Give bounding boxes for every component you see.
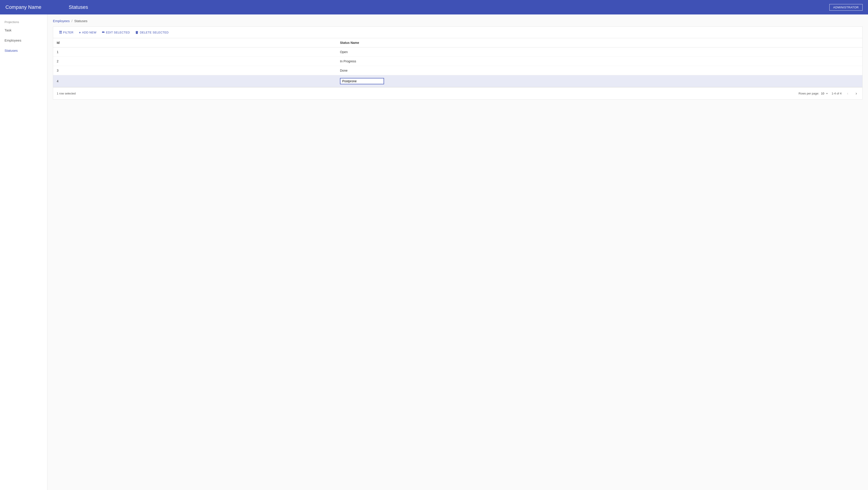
pagination: Rows per page: 10 25 50 1-4 of 4 ‹ › [799,90,859,97]
cell-status-name[interactable] [336,75,862,87]
cell-id: 1 [53,48,336,57]
breadcrumb-separator: / [71,19,72,23]
page-title: Statuses [69,4,88,10]
cell-status-name: Open [336,48,862,57]
delete-selected-button[interactable]: 🗑 DELETE SELECTED [133,29,171,36]
add-new-button[interactable]: + ADD NEW [76,29,99,36]
layout: Projections Task Employees Statuses Empl… [0,14,868,490]
table-row[interactable]: 1Open [53,48,862,57]
app-header: Company Name Statuses ADMINISTRATOR [0,0,868,14]
table-header-row: Id Status Name [53,38,862,48]
status-name-input[interactable] [340,78,384,84]
rows-per-page-label: Rows per page: [799,92,819,95]
row-selected-text: 1 row selected [57,92,76,95]
table-row[interactable]: 3Done [53,66,862,75]
col-header-status-name: Status Name [336,38,862,48]
prev-page-button[interactable]: ‹ [845,90,850,97]
data-table: Id Status Name 1Open2In Progress3Done4 [53,38,862,87]
next-page-button[interactable]: › [854,90,859,97]
cell-status-name: Done [336,66,862,75]
delete-icon: 🗑 [135,31,138,34]
toolbar: ☰ FILTER + ADD NEW ✏ EDIT SELECTED 🗑 DEL… [53,27,862,38]
edit-icon: ✏ [102,30,105,34]
rows-per-page-select-wrapper[interactable]: 10 25 50 [821,92,828,95]
sidebar: Projections Task Employees Statuses [0,14,48,490]
table-footer: 1 row selected Rows per page: 10 25 50 1… [53,87,862,99]
sidebar-category-projections: Projections [0,17,47,25]
col-header-id: Id [53,38,336,48]
cell-id: 4 [53,75,336,87]
filter-icon: ☰ [59,30,62,34]
edit-selected-button[interactable]: ✏ EDIT SELECTED [100,29,132,36]
breadcrumb-current: Statuses [74,19,87,23]
breadcrumb: Employees / Statuses [53,19,863,23]
filter-button[interactable]: ☰ FILTER [57,29,76,36]
main-content: Employees / Statuses ☰ FILTER + ADD NEW … [48,14,868,490]
table-row[interactable]: 4 [53,75,862,87]
company-name: Company Name [5,4,51,10]
table-row[interactable]: 2In Progress [53,57,862,66]
rows-per-page-select[interactable]: 10 25 50 [821,92,828,95]
header-left: Company Name Statuses [5,4,88,10]
admin-button[interactable]: ADMINISTRATOR [829,4,863,11]
cell-status-name: In Progress [336,57,862,66]
breadcrumb-parent-link[interactable]: Employees [53,19,70,23]
sidebar-item-statuses[interactable]: Statuses [0,45,47,56]
page-info: 1-4 of 4 [832,92,842,95]
sidebar-item-employees[interactable]: Employees [0,35,47,45]
rows-per-page: Rows per page: 10 25 50 [799,92,828,95]
cell-id: 2 [53,57,336,66]
sidebar-item-task[interactable]: Task [0,25,47,35]
add-icon: + [79,31,81,34]
cell-id: 3 [53,66,336,75]
table-container: ☰ FILTER + ADD NEW ✏ EDIT SELECTED 🗑 DEL… [53,26,863,100]
